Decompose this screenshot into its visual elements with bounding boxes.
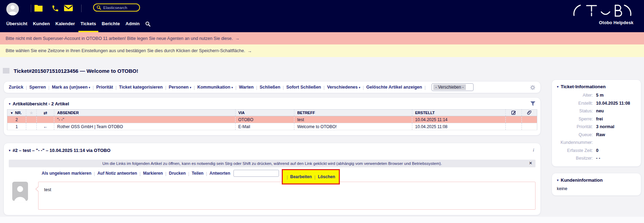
reply-select[interactable] (233, 170, 279, 177)
field-label: Besitzer: (555, 156, 596, 161)
move-queue-select[interactable]: - Verschieben - (432, 83, 474, 91)
notification-error-text: Bitte nicht mit dem Superuser-Account in… (6, 36, 233, 41)
envelope-icon[interactable] (64, 5, 73, 13)
caret-down-icon: ▾ (89, 86, 90, 89)
field-value: - - (596, 156, 636, 161)
field-label: Queue: (555, 132, 596, 137)
field-value: neu (596, 109, 636, 113)
col-created[interactable]: ERSTELLT (412, 110, 506, 116)
app-header: Otobo Helpdesk Übersicht Kunden Kalender… (0, 0, 644, 32)
action-bearbeiten[interactable]: Bearbeiten (290, 174, 312, 179)
logo-area: Otobo Helpdesk (571, 3, 634, 25)
separator (283, 84, 284, 90)
filter-icon[interactable] (530, 101, 536, 107)
col-subject[interactable]: BETREFF (294, 110, 412, 116)
col-star[interactable]: ★ (26, 110, 37, 116)
elasticsearch-searchbox[interactable] (93, 4, 140, 12)
field-label: Alter: (555, 93, 596, 98)
nav-kunden[interactable]: Kunden (31, 17, 52, 32)
arrow-right-icon: → (247, 48, 252, 54)
ticket-title-row: Ticket#2015071510123456 — Welcome to OTO… (4, 67, 641, 74)
caret-down-icon: ▾ (231, 86, 233, 89)
menu-geloeschte-artikel[interactable]: Gelöschte Artikel anzeigen (366, 85, 422, 90)
avatar[interactable] (6, 3, 19, 15)
article-body[interactable]: test (38, 182, 536, 210)
menu-sofort-schliessen[interactable]: Sofort Schließen (286, 85, 321, 90)
menu-verschiedenes[interactable]: Verschiedenes▾ (327, 85, 360, 90)
search-input[interactable] (103, 6, 135, 10)
separator (287, 174, 288, 180)
article-body-row: test (9, 182, 536, 210)
col-nr[interactable]: ▼ NR. (7, 110, 26, 116)
article-row-2[interactable]: 2 "- -" OTOBO test 10.04.2025 11:14 (7, 116, 537, 123)
info-icon[interactable]: i (533, 147, 534, 153)
separator (194, 84, 195, 90)
menu-mark-as-unseen[interactable]: Mark as (un)seen▾ (52, 85, 90, 90)
collapse-icon[interactable]: ▾ (9, 148, 10, 152)
menu-zurueck[interactable]: Zurück (9, 85, 23, 90)
brand-text: Otobo Helpdesk (571, 20, 634, 25)
paperclip-icon (527, 110, 531, 115)
field-value: frei (596, 117, 636, 121)
nav-search-icon[interactable] (143, 15, 153, 32)
col-attachment[interactable] (522, 110, 537, 116)
close-icon[interactable]: ✕ (529, 161, 532, 166)
nav-tickets[interactable]: Tickets (78, 17, 98, 32)
action-als-ungelesen[interactable]: Als ungelesen markieren (42, 171, 91, 176)
caret-down-icon: ▾ (359, 86, 360, 89)
col-sender[interactable]: ABSENDER (54, 110, 235, 116)
menu-personen[interactable]: Personen▾ (169, 85, 191, 90)
star-icon: ★ (29, 110, 34, 116)
gear-icon[interactable] (530, 85, 536, 92)
nav-uebersicht[interactable]: Übersicht (4, 17, 29, 32)
ticket-menu-toolbar: Zurück Sperren Mark as (un)seen▾ Priorit… (4, 81, 541, 93)
otobo-app: Otobo Helpdesk Übersicht Kunden Kalender… (0, 0, 644, 223)
separator (363, 84, 364, 90)
action-markieren[interactable]: Markieren (143, 171, 163, 176)
col-via[interactable]: VIA (235, 110, 294, 116)
field-label: Priorität: (555, 124, 596, 129)
action-loeschen[interactable]: Löschen (318, 174, 335, 179)
main-column: Zurück Sperren Mark as (un)seen▾ Priorit… (4, 81, 541, 215)
collapse-icon[interactable]: ▾ (557, 178, 559, 182)
action-drucken[interactable]: Drucken (169, 171, 186, 176)
nav-admin[interactable]: Admin (124, 17, 142, 32)
action-antworten[interactable]: Antworten (210, 171, 230, 176)
phone-icon[interactable] (51, 5, 59, 14)
menu-schliessen[interactable]: Schließen (260, 85, 280, 90)
caret-down-icon: ▾ (190, 86, 191, 89)
field-value: Raw (596, 132, 636, 137)
article-row-1[interactable]: 1 ← Rother OSS GmbH | Team OTOBO E-Mail … (7, 123, 537, 130)
divider (31, 5, 31, 12)
menu-kommunikation[interactable]: Kommunikation▾ (197, 85, 233, 90)
action-auf-notiz-antworten[interactable]: Auf Notiz antworten (97, 171, 137, 176)
col-edit[interactable] (505, 110, 522, 116)
customer-info-value: keine (552, 185, 641, 191)
col-direction[interactable]: ⇄ (37, 110, 54, 116)
content-area: Ticket#2015071510123456 — Welcome to OTO… (0, 67, 644, 215)
action-teilen[interactable]: Teilen (192, 171, 204, 176)
nav-berichte[interactable]: Berichte (100, 17, 122, 32)
separator (26, 84, 27, 90)
article-overview-widget: ▾ Artikelübersicht - 2 Artikel ▼ NR. ★ (4, 97, 541, 135)
menu-sperren[interactable]: Sperren (29, 85, 46, 90)
link-hint-text: Um die Links im folgenden Artikel zu öff… (102, 161, 442, 166)
separator (165, 84, 166, 90)
folder-icon[interactable] (34, 5, 43, 13)
article-detail-widget: ▾ #2 – test – "- -" – 10.04.2025 11:14 v… (4, 143, 541, 215)
notification-error[interactable]: Bitte nicht mit dem Superuser-Account in… (0, 32, 644, 44)
separator (206, 170, 207, 176)
edit-icon (511, 110, 516, 115)
field-value: 5 m (596, 93, 636, 98)
customer-info-widget: ▾ Kundeninformation keine (552, 173, 641, 196)
sender-avatar (12, 182, 28, 201)
collapse-icon[interactable]: ▾ (9, 102, 10, 106)
article-title: #2 – test – "- -" – 10.04.2025 11:14 via… (13, 148, 110, 153)
separator (48, 84, 49, 90)
nav-kalender[interactable]: Kalender (53, 17, 77, 32)
notification-notice[interactable]: Bitte wählen Sie eine Zeitzone in Ihren … (0, 44, 644, 57)
menu-prioritaet[interactable]: Priorität (96, 85, 113, 90)
menu-ticket-kategorisieren[interactable]: Ticket kategorisieren (119, 85, 163, 90)
menu-warten[interactable]: Warten (239, 85, 254, 90)
collapse-icon[interactable]: ▾ (557, 85, 559, 89)
